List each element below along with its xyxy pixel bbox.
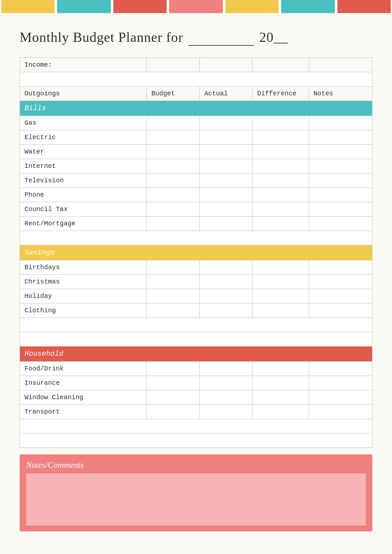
transport-notes[interactable]	[309, 405, 372, 419]
food-notes[interactable]	[309, 362, 372, 376]
holiday-budget[interactable]	[147, 289, 200, 303]
water-actual[interactable]	[200, 145, 253, 159]
clothing-budget[interactable]	[147, 303, 200, 318]
spacer-row-6	[20, 433, 372, 448]
window-cleaning-diff	[253, 390, 309, 405]
internet-diff	[253, 159, 309, 173]
phone-actual[interactable]	[200, 188, 253, 202]
birthdays-budget[interactable]	[147, 260, 200, 275]
page: Monthly Budget Planner for 20__ Income: …	[0, 0, 392, 554]
internet-notes[interactable]	[309, 159, 372, 173]
bar-seg-6	[281, 0, 335, 13]
spacer-row-1	[20, 72, 372, 87]
tv-notes[interactable]	[309, 173, 372, 188]
section-household-header: Household	[20, 347, 372, 362]
spacer-row-4	[20, 332, 372, 347]
row-council-tax: Council Tax	[20, 202, 372, 217]
transport-actual[interactable]	[200, 405, 253, 419]
savings-label: Savings	[20, 245, 372, 260]
bar-seg-1	[1, 0, 55, 13]
phone-notes[interactable]	[309, 188, 372, 202]
top-color-bar	[0, 0, 392, 13]
gas-budget[interactable]	[147, 116, 200, 130]
water-diff	[253, 145, 309, 159]
window-cleaning-notes[interactable]	[309, 390, 372, 405]
rent-budget[interactable]	[147, 217, 200, 231]
label-clothing: Clothing	[20, 303, 147, 318]
column-header-row: Outgoings Budget Actual Difference Notes	[20, 87, 372, 101]
row-christmas: Christmas	[20, 275, 372, 289]
clothing-actual[interactable]	[200, 303, 253, 318]
gas-notes[interactable]	[309, 116, 372, 130]
holiday-diff	[253, 289, 309, 303]
clothing-diff	[253, 303, 309, 318]
row-insurance: Insurance	[20, 376, 372, 390]
notes-section: Notes/Comments	[20, 454, 372, 531]
rent-notes[interactable]	[309, 217, 372, 231]
window-cleaning-budget[interactable]	[147, 390, 200, 405]
label-insurance: Insurance	[20, 376, 147, 390]
phone-diff	[253, 188, 309, 202]
food-actual[interactable]	[200, 362, 253, 376]
insurance-budget[interactable]	[147, 376, 200, 390]
phone-budget[interactable]	[147, 188, 200, 202]
birthdays-notes[interactable]	[309, 260, 372, 275]
transport-diff	[253, 405, 309, 419]
christmas-diff	[253, 275, 309, 289]
transport-budget[interactable]	[147, 405, 200, 419]
row-rent-mortgage: Rent/Mortgage	[20, 217, 372, 231]
row-electric: Electric	[20, 130, 372, 145]
council-tax-notes[interactable]	[309, 202, 372, 217]
council-tax-budget[interactable]	[147, 202, 200, 217]
label-internet: Internet	[20, 159, 147, 173]
tv-actual[interactable]	[200, 173, 253, 188]
gas-actual[interactable]	[200, 116, 253, 130]
income-row: Income:	[20, 58, 372, 72]
label-birthdays: Birthdays	[20, 260, 147, 275]
insurance-diff	[253, 376, 309, 390]
header-budget: Budget	[147, 87, 200, 101]
row-birthdays: Birthdays	[20, 260, 372, 275]
title-year-prefix: 20	[259, 30, 274, 45]
row-transport: Transport	[20, 405, 372, 419]
insurance-notes[interactable]	[309, 376, 372, 390]
row-gas: Gas	[20, 116, 372, 130]
tv-budget[interactable]	[147, 173, 200, 188]
label-council-tax: Council Tax	[20, 202, 147, 217]
council-tax-actual[interactable]	[200, 202, 253, 217]
water-notes[interactable]	[309, 145, 372, 159]
electric-diff	[253, 130, 309, 145]
income-diff-cell	[253, 58, 309, 72]
clothing-notes[interactable]	[309, 303, 372, 318]
label-holiday: Holiday	[20, 289, 147, 303]
notes-title: Notes/Comments	[26, 460, 366, 470]
rent-actual[interactable]	[200, 217, 253, 231]
income-label: Income:	[20, 58, 147, 72]
title-prefix: Monthly Budget Planner for	[20, 30, 183, 45]
electric-actual[interactable]	[200, 130, 253, 145]
row-clothing: Clothing	[20, 303, 372, 318]
food-budget[interactable]	[147, 362, 200, 376]
label-phone: Phone	[20, 188, 147, 202]
window-cleaning-actual[interactable]	[200, 390, 253, 405]
insurance-actual[interactable]	[200, 376, 253, 390]
label-gas: Gas	[20, 116, 147, 130]
bills-label: Bills	[20, 101, 372, 116]
bar-seg-2	[57, 0, 110, 13]
christmas-notes[interactable]	[309, 275, 372, 289]
notes-content-area[interactable]	[26, 473, 366, 526]
internet-budget[interactable]	[147, 159, 200, 173]
christmas-actual[interactable]	[200, 275, 253, 289]
household-label: Household	[20, 347, 372, 362]
spacer-row-3	[20, 318, 372, 332]
electric-notes[interactable]	[309, 130, 372, 145]
water-budget[interactable]	[147, 145, 200, 159]
holiday-notes[interactable]	[309, 289, 372, 303]
holiday-actual[interactable]	[200, 289, 253, 303]
electric-budget[interactable]	[147, 130, 200, 145]
internet-actual[interactable]	[200, 159, 253, 173]
spacer-row-5	[20, 419, 372, 433]
christmas-budget[interactable]	[147, 275, 200, 289]
birthdays-actual[interactable]	[200, 260, 253, 275]
income-budget-cell	[147, 58, 200, 72]
